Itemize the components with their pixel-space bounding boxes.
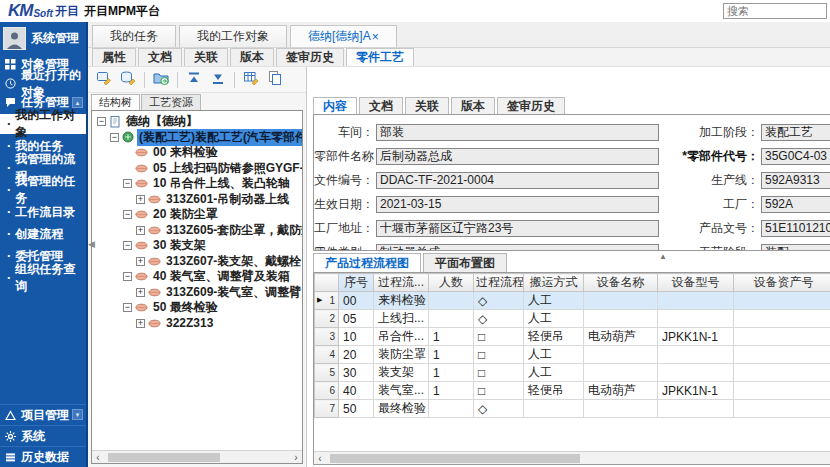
row-header-cell[interactable]: 2 <box>315 310 339 328</box>
table-cell[interactable]: 吊合件... <box>374 328 429 346</box>
tree-node[interactable]: 05 上线扫码防错参照GYGF-Q-00 <box>95 161 302 177</box>
scroll-right-icon[interactable]: › <box>290 452 302 463</box>
document-tab[interactable]: 我的任务 <box>92 25 176 47</box>
table-cell[interactable]: JPKK1N-1 <box>658 328 734 346</box>
table-cell[interactable] <box>734 292 830 310</box>
search-input[interactable] <box>723 3 827 19</box>
table-cell[interactable]: 电动葫芦 <box>584 382 658 400</box>
scrollbar-thumb[interactable] <box>108 453 220 462</box>
document-tab[interactable]: 德纳[德纳]A× <box>290 25 397 47</box>
table-cell[interactable] <box>524 400 584 418</box>
table-cell[interactable]: 电动葫芦 <box>584 328 658 346</box>
object-tab[interactable]: 版本 <box>230 48 274 66</box>
tree-node[interactable]: −德纳【德纳】 <box>95 114 302 130</box>
sidebar-section[interactable]: 最近打开的对象 <box>0 74 86 93</box>
table-cell[interactable]: □ <box>474 346 524 364</box>
scroll-left-icon[interactable]: ‹ <box>314 453 326 464</box>
tree-node[interactable]: −20 装防尘罩 <box>95 207 302 223</box>
table-row[interactable]: 750最终检验◇ <box>315 400 830 418</box>
table-cell[interactable]: 轻便吊 <box>524 328 584 346</box>
detail-tab[interactable]: 内容 <box>313 97 357 114</box>
table-cell[interactable] <box>658 310 734 328</box>
tree-tab[interactable]: 结构树 <box>91 94 140 110</box>
flow-tab[interactable]: 产品过程流程图 <box>313 253 421 272</box>
table-cell[interactable]: 50 <box>339 400 374 418</box>
table-cell[interactable]: 来料检验 <box>374 292 429 310</box>
tree-node[interactable]: +313Z607-装支架、戴螺栓 <box>95 254 302 270</box>
close-icon[interactable]: × <box>372 30 379 44</box>
edit-database-button[interactable] <box>117 69 139 91</box>
tree-horizontal-scrollbar[interactable]: ‹ › <box>92 450 302 463</box>
column-header[interactable] <box>315 274 339 292</box>
row-header-cell[interactable]: 3 <box>315 328 339 346</box>
table-row[interactable]: 640装气室...1□轻便吊电动葫芦JPKK1N-1 <box>315 382 830 400</box>
table-cell[interactable]: 装气室... <box>374 382 429 400</box>
table-cell[interactable]: 人工 <box>524 364 584 382</box>
object-tab[interactable]: 属性 <box>92 48 136 66</box>
field-input[interactable] <box>376 220 659 237</box>
panel-collapse-arrow-icon[interactable]: ▲ <box>659 252 667 261</box>
field-input[interactable] <box>376 172 659 189</box>
copy-document-button[interactable] <box>264 69 286 91</box>
tree-node[interactable]: −30 装支架 <box>95 238 302 254</box>
document-tab[interactable]: 我的工作对象 <box>179 25 287 47</box>
edit-object-button[interactable] <box>93 69 115 91</box>
sidebar-item[interactable]: ·我管理的任务 <box>0 180 86 200</box>
table-row[interactable]: 310吊合件...1□轻便吊电动葫芦JPKK1N-1 <box>315 328 830 346</box>
edit-table-button[interactable] <box>240 69 262 91</box>
table-cell[interactable] <box>734 346 830 364</box>
table-cell[interactable]: □ <box>474 328 524 346</box>
detail-tab[interactable]: 签审历史 <box>497 97 565 114</box>
tree-node[interactable]: −10 吊合件上线、装凸轮轴 <box>95 176 302 192</box>
tree-node[interactable]: +313Z609-装气室、调整臂 <box>95 285 302 301</box>
collapse-node-icon[interactable]: − <box>123 210 132 219</box>
field-input[interactable] <box>761 196 830 213</box>
tree-node[interactable]: −(装配工艺)装配工艺(汽车零部件) <box>95 130 302 146</box>
tree-tab[interactable]: 工艺资源 <box>141 94 201 110</box>
tree-node[interactable]: +322Z313 <box>95 316 302 332</box>
detail-tab[interactable]: 关联 <box>405 97 449 114</box>
object-tab[interactable]: 零件工艺 <box>346 48 414 66</box>
column-header[interactable]: 搬运方式 <box>524 274 584 292</box>
table-cell[interactable] <box>584 310 658 328</box>
tree-node[interactable]: 00 来料检验 <box>95 145 302 161</box>
table-cell[interactable] <box>584 364 658 382</box>
column-header[interactable]: 人数 <box>429 274 474 292</box>
table-cell[interactable] <box>429 292 474 310</box>
row-header-cell[interactable]: 5 <box>315 364 339 382</box>
table-cell[interactable] <box>429 400 474 418</box>
field-input[interactable] <box>761 124 830 141</box>
table-cell[interactable] <box>658 364 734 382</box>
tree-node[interactable]: −50 最终检验 <box>95 300 302 316</box>
tree-node[interactable]: +313Z605-套防尘罩，戴防尘罩螺 <box>95 223 302 239</box>
sidebar-section[interactable]: 任务管理▴ <box>0 93 86 112</box>
scrollbar-thumb[interactable] <box>330 454 580 463</box>
tree-node[interactable]: −40 装气室、调整臂及装箱 <box>95 269 302 285</box>
table-row[interactable]: 205上线扫...◇人工 <box>315 310 830 328</box>
table-cell[interactable] <box>658 292 734 310</box>
table-cell[interactable]: 1 <box>429 328 474 346</box>
column-header[interactable]: 序号 <box>339 274 374 292</box>
field-input[interactable] <box>376 148 659 165</box>
field-input[interactable] <box>761 148 830 165</box>
table-cell[interactable]: □ <box>474 364 524 382</box>
expand-all-button[interactable] <box>207 69 229 91</box>
tree-node[interactable]: +313Z601-吊制动器上线 <box>95 192 302 208</box>
table-cell[interactable]: 40 <box>339 382 374 400</box>
sidebar-item[interactable]: ·组织任务查询 <box>0 268 86 288</box>
collapse-node-icon[interactable]: − <box>123 179 132 188</box>
sidebar-item[interactable]: ·创建流程 <box>0 224 86 244</box>
sidebar-item[interactable]: ·我的工作对象 <box>0 114 86 134</box>
table-cell[interactable] <box>734 328 830 346</box>
object-tab[interactable]: 关联 <box>184 48 228 66</box>
table-cell[interactable] <box>734 382 830 400</box>
table-cell[interactable]: 人工 <box>524 292 584 310</box>
row-header-cell[interactable]: 7 <box>315 400 339 418</box>
table-cell[interactable]: 上线扫... <box>374 310 429 328</box>
collapse-all-button[interactable] <box>183 69 205 91</box>
field-input[interactable] <box>761 220 830 237</box>
column-header[interactable]: 设备资产号 <box>734 274 830 292</box>
column-header[interactable]: 过程流... <box>374 274 429 292</box>
field-input[interactable] <box>761 172 830 189</box>
table-cell[interactable] <box>429 310 474 328</box>
